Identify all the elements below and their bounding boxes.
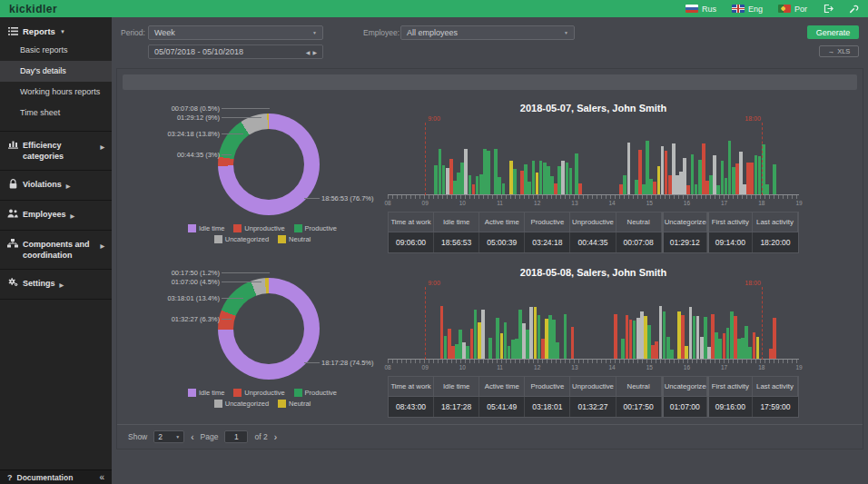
table-value-cell: 09:06:00 <box>389 232 434 252</box>
activity-bar <box>513 169 517 194</box>
chevron-down-icon: ▼ <box>564 30 568 35</box>
russia-flag-icon <box>686 5 698 13</box>
callout-line <box>222 282 261 282</box>
chevron-right-icon: ▶ <box>100 241 104 252</box>
legend-swatch <box>294 389 302 397</box>
table-value-cell: 17:59:00 <box>753 397 798 417</box>
legend-swatch <box>214 235 222 243</box>
sidebar-item-violations[interactable]: Violations ▶ <box>0 171 112 200</box>
chevron-down-icon: ▼ <box>60 29 65 35</box>
callout-line <box>222 319 232 320</box>
table-value-cell: 18:20:00 <box>753 232 798 252</box>
legend-label: Unproductive <box>244 224 284 232</box>
prev-page-button[interactable]: ‹ <box>191 432 193 442</box>
schedule-marker-end: 18:00 <box>762 123 763 195</box>
period-select[interactable]: Week ▼ <box>148 25 323 40</box>
schedule-marker-label: 9:00 <box>428 280 440 286</box>
table-value-cell: 05:41:49 <box>479 397 525 417</box>
legend-item: Productive <box>294 389 337 397</box>
axis-tick-label: 15 <box>646 364 653 370</box>
table-value-cell: 08:43:00 <box>389 397 434 417</box>
legend-item: Neutral <box>278 235 311 243</box>
wrench-icon[interactable] <box>849 4 859 14</box>
donut-label-unproductive: 01:32:27 (6.3%) <box>172 315 220 323</box>
sidebar-item-working-hours-reports[interactable]: Working hours reports <box>0 82 112 103</box>
donut-label-unproductive: 00:44:35 (3%) <box>177 151 220 159</box>
table-header-cell: First activity <box>707 212 753 232</box>
activity-timeline: 0809101112131415161718199:0018:00 <box>388 115 799 206</box>
axis-tick-label: 18 <box>758 200 764 206</box>
day-report-section: 00:17:50 (1.2%) 01:07:00 (4.5%) 03:18:01… <box>117 260 863 424</box>
activity-bar <box>569 168 573 194</box>
sidebar-item-employees[interactable]: Employees ▶ <box>0 201 112 230</box>
legend-swatch <box>214 400 222 408</box>
language-label: Por <box>794 5 807 14</box>
chart-icon <box>7 140 18 149</box>
table-header-cell: Last activity <box>753 212 798 232</box>
schedule-marker-label: 9:00 <box>428 115 440 122</box>
employee-select[interactable]: All employees ▼ <box>400 25 575 40</box>
axis-tick-label: 17 <box>721 200 727 206</box>
documentation-link[interactable]: Documentation <box>17 473 74 482</box>
lock-icon <box>7 179 18 189</box>
legend-swatch <box>188 389 196 397</box>
table-value-cell: 00:17:50 <box>616 397 662 417</box>
activity-bar <box>487 151 490 194</box>
logout-icon[interactable] <box>823 4 833 14</box>
sidebar-item-efficiency-categories[interactable]: Efficiency categories ▶ <box>0 132 112 170</box>
date-next-button[interactable]: ▶ <box>312 49 317 55</box>
axis-tick-label: 11 <box>497 364 503 370</box>
language-rus[interactable]: Rus <box>686 5 716 14</box>
collapse-sidebar-button[interactable]: « <box>99 472 104 482</box>
axis-tick-label: 15 <box>646 200 653 206</box>
donut-label-idle: 18:17:28 (74.5%) <box>321 359 374 367</box>
page-size-select[interactable]: 2 ▼ <box>153 430 184 443</box>
callout-line <box>222 108 270 109</box>
day-report-section: 00:07:08 (0.5%) 01:29:12 (9%) 03:24:18 (… <box>117 95 863 260</box>
legend-item: Productive <box>294 224 337 232</box>
page-number-input[interactable] <box>224 430 248 443</box>
legend-label: Productive <box>305 389 337 397</box>
day-summary-table: Time at workIdle timeActive timeProducti… <box>388 376 799 418</box>
legend-item: Idle time <box>188 224 224 232</box>
generate-button[interactable]: Generate <box>807 25 859 39</box>
sidebar-item-label: Components and coordination <box>23 239 95 261</box>
panel-header-strip <box>123 74 857 90</box>
employee-value: All employees <box>407 28 458 37</box>
day-summary-table: Time at workIdle timeActive timeProducti… <box>388 212 799 253</box>
page-label: Page <box>201 432 219 441</box>
table-value-cell: 03:24:18 <box>525 232 570 252</box>
axis-tick-label: 19 <box>795 200 802 206</box>
show-label: Show <box>128 432 147 441</box>
donut-chart: 00:07:08 (0.5%) 01:29:12 (9%) 03:24:18 (… <box>124 95 388 260</box>
sidebar-item-components-coordination[interactable]: Components and coordination ▶ <box>0 231 112 269</box>
sidebar-item-settings[interactable]: Settings ▶ <box>0 270 112 299</box>
gear-icon <box>7 278 18 287</box>
sidebar-item-label: Employees <box>23 209 66 220</box>
donut-label-neutral: 00:17:50 (1.2%) <box>172 269 220 277</box>
legend-label: Neutral <box>289 400 311 408</box>
sidebar-item-basic-reports[interactable]: Basic reports <box>0 40 112 61</box>
chevron-right-icon: ▶ <box>71 211 75 222</box>
schedule-marker-start: 9:00 <box>425 287 426 360</box>
timeline-minor-ticks <box>388 195 799 199</box>
date-range-input[interactable]: 05/07/2018 - 05/10/2018 ◀ ▶ <box>148 44 323 59</box>
date-prev-button[interactable]: ◀ <box>306 49 311 55</box>
export-xls-button[interactable]: →XLS <box>819 45 859 57</box>
language-eng[interactable]: Eng <box>732 5 763 14</box>
sidebar-item-time-sheet[interactable]: Time sheet <box>0 103 112 123</box>
legend-item: Uncategorized <box>214 400 269 408</box>
legend-label: Unproductive <box>244 389 284 397</box>
next-page-button[interactable]: › <box>274 432 277 442</box>
sidebar-item-days-details[interactable]: Day's details <box>0 61 112 82</box>
table-header-cell: Time at work <box>389 377 434 397</box>
report-panel: 00:07:08 (0.5%) 01:29:12 (9%) 03:24:18 (… <box>116 68 863 449</box>
chevron-right-icon: ▶ <box>66 181 71 192</box>
table-header-cell: Unproductive <box>570 212 616 232</box>
sidebar-item-reports[interactable]: Reports ▼ <box>0 17 112 40</box>
legend-label: Uncategorized <box>225 235 269 243</box>
language-por[interactable]: Por <box>778 5 807 14</box>
legend-item: Neutral <box>278 400 311 408</box>
donut-legend: Idle timeUnproductiveProductiveUncategor… <box>131 224 394 243</box>
app-logo: kickidler <box>9 3 57 15</box>
